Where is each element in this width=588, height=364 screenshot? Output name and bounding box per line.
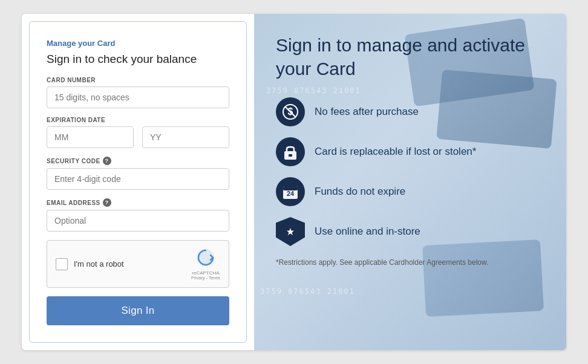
- card-number-label: CARD NUMBER: [47, 77, 229, 83]
- expiration-label: EXPIRATION DATE: [47, 117, 229, 123]
- feature-item-expire: 24 Funds do not expire: [276, 177, 544, 206]
- feature-list: $ No fees after purchase: [276, 97, 544, 246]
- replaceable-text: Card is replaceable if lost or stolen*: [315, 146, 476, 158]
- captcha-checkbox[interactable]: [56, 258, 68, 270]
- svg-rect-9: [286, 184, 288, 188]
- security-code-label: SECURITY CODE ?: [47, 157, 229, 165]
- captcha-right: reCAPTCHA Privacy - Terms: [191, 248, 220, 280]
- email-group: EMAIL ADDRESS ?: [47, 198, 229, 232]
- calendar-icon: 24: [276, 177, 305, 206]
- main-container: Manage your Card Sign in to check your b…: [22, 14, 566, 350]
- recaptcha-links[interactable]: Privacy - Terms: [191, 276, 220, 280]
- expire-text: Funds do not expire: [315, 186, 405, 198]
- expiration-group: EXPIRATION DATE: [47, 117, 229, 148]
- no-fees-icon: $: [276, 97, 305, 126]
- captcha-box[interactable]: I'm not a robot reCAPTCHA Privacy - Term…: [47, 240, 229, 288]
- star-shield-icon: [276, 217, 305, 246]
- right-title: Sign in to manage and activate your Card: [276, 33, 544, 80]
- recaptcha-logo-icon: [196, 248, 215, 270]
- manage-label: Manage your Card: [47, 39, 229, 48]
- security-code-group: SECURITY CODE ?: [47, 157, 229, 190]
- lock-icon: [276, 137, 305, 166]
- left-panel: Manage your Card Sign in to check your b…: [29, 21, 247, 343]
- email-label: EMAIL ADDRESS ?: [47, 198, 229, 207]
- recaptcha-label: reCAPTCHA: [192, 270, 219, 276]
- captcha-left: I'm not a robot: [56, 258, 124, 270]
- sign-in-title: Sign in to check your balance: [47, 53, 229, 66]
- feature-item-no-fees: $ No fees after purchase: [276, 97, 544, 126]
- feature-item-replaceable: Card is replaceable if lost or stolen*: [276, 137, 544, 166]
- mm-input[interactable]: [47, 126, 134, 148]
- svg-text:24: 24: [287, 190, 295, 197]
- card-number-input[interactable]: [47, 86, 229, 108]
- svg-rect-10: [293, 184, 295, 188]
- email-help-icon[interactable]: ?: [103, 198, 111, 207]
- yy-input[interactable]: [142, 126, 229, 148]
- right-content: Sign in to manage and activate your Card…: [276, 33, 544, 267]
- svg-rect-5: [289, 154, 292, 157]
- right-panel: 3759 876543 21001 3759 876543 21001 Sign…: [254, 14, 566, 350]
- captcha-text: I'm not a robot: [74, 259, 124, 268]
- disclaimer: *Restrictions apply. See applicable Card…: [276, 258, 544, 267]
- security-code-input[interactable]: [47, 168, 229, 190]
- card-number-group: CARD NUMBER: [47, 77, 229, 108]
- date-row: [47, 126, 229, 148]
- svg-point-0: [197, 249, 214, 266]
- online-text: Use online and in-store: [315, 226, 420, 238]
- no-fees-text: No fees after purchase: [315, 106, 419, 118]
- sign-in-button[interactable]: Sign In: [47, 296, 229, 325]
- email-input[interactable]: [47, 210, 229, 232]
- feature-item-online: Use online and in-store: [276, 217, 544, 246]
- card-number-text-2: 3759 876543 21001: [260, 287, 355, 296]
- security-code-help-icon[interactable]: ?: [103, 157, 111, 165]
